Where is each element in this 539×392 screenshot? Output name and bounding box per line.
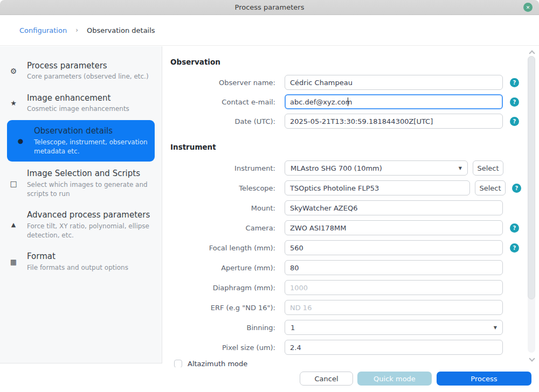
binning-dropdown-value: 1: [291, 324, 295, 332]
date-utc-label: Date (UTC):: [170, 117, 275, 125]
question-mark: ?: [515, 185, 519, 191]
breadcrumb: Configuration › Observation details: [0, 15, 539, 46]
contact-email-input[interactable]: [285, 94, 503, 109]
star-icon: ★: [0, 99, 27, 107]
erf-row: ERF (e.g "ND 16"):: [170, 300, 526, 315]
camera-row: Camera: ?: [170, 220, 526, 235]
sidebar: ⚙ Process parameters Core parameters (ob…: [0, 46, 162, 363]
breadcrumb-configuration-link[interactable]: Configuration: [19, 26, 67, 34]
scroll-down-icon[interactable]: [529, 355, 535, 361]
instrument-dropdown[interactable]: MLAstro SHG 700 (10mm) ▼: [285, 160, 468, 176]
cancel-button[interactable]: Cancel: [300, 372, 353, 386]
sidebar-item-advanced-process-parameters[interactable]: ▲ Advanced process parameters Force tilt…: [0, 204, 162, 246]
sidebar-item-process-parameters[interactable]: ⚙ Process parameters Core parameters (ob…: [0, 55, 162, 87]
contact-email-label: Contact e-mail:: [170, 98, 275, 106]
sidebar-item-subtitle: Force tilt, XY ratio, polynomial, ellips…: [27, 222, 154, 241]
telescope-select-button[interactable]: Select: [475, 180, 506, 195]
pixel-size-input[interactable]: [285, 340, 503, 355]
diaphragm-input[interactable]: [285, 280, 503, 295]
sidebar-item-format[interactable]: ▦ Format File formats and output options: [0, 246, 162, 278]
mount-input[interactable]: [285, 200, 503, 215]
instrument-dropdown-value: MLAstro SHG 700 (10mm): [291, 164, 382, 172]
focal-length-label: Focal length (mm):: [170, 244, 275, 252]
instrument-select-button[interactable]: Select: [473, 160, 503, 176]
binning-label: Binning:: [170, 324, 275, 332]
mount-row: Mount:: [170, 200, 526, 215]
chevron-down-icon: ▼: [459, 166, 462, 171]
altazimuth-mode-label: Altazimuth mode: [188, 360, 247, 367]
pixel-size-label: Pixel size (um):: [170, 344, 275, 352]
date-utc-row: Date (UTC): ?: [170, 114, 526, 129]
quick-mode-button[interactable]: Quick mode: [357, 372, 432, 386]
scrollbar-thumb[interactable]: [528, 56, 535, 299]
contact-email-row: Contact e-mail: ?: [170, 94, 526, 109]
focal-length-input[interactable]: [285, 240, 503, 255]
sidebar-item-title: Observation details: [34, 125, 148, 136]
question-mark: ?: [513, 118, 516, 124]
binning-row: Binning: 1 ▼: [170, 320, 526, 335]
focal-length-row: Focal length (mm): ?: [170, 240, 526, 255]
aperture-row: Aperture (mm):: [170, 260, 526, 275]
help-icon[interactable]: ?: [510, 243, 519, 253]
help-icon[interactable]: ?: [512, 184, 521, 193]
scroll-up-icon[interactable]: [529, 50, 535, 56]
process-button[interactable]: Process: [437, 372, 531, 386]
diaphragm-label: Diaphragm (mm):: [170, 284, 275, 292]
aperture-input[interactable]: [285, 260, 503, 275]
observation-section-heading: Observation: [170, 58, 526, 66]
telescope-label: Telescope:: [170, 184, 275, 192]
sidebar-item-subtitle: Select which images to generate and scri…: [27, 180, 154, 199]
sidebar-item-title: Image Selection and Scripts: [27, 168, 154, 179]
sidebar-item-image-enhancement[interactable]: ★ Image enhancement Cosmetic image enhan…: [0, 87, 162, 120]
form-panel: Observation Observer name: ? Contact e-m…: [162, 46, 526, 367]
close-button[interactable]: ✕: [523, 3, 533, 12]
sidebar-item-subtitle: Telescope, instrument, observation metad…: [34, 138, 148, 157]
sidebar-item-title: Process parameters: [27, 60, 154, 71]
camera-label: Camera:: [170, 224, 275, 232]
close-icon: ✕: [526, 5, 530, 10]
sidebar-item-title: Image enhancement: [27, 93, 154, 103]
square-icon: □: [0, 179, 27, 188]
telescope-input[interactable]: [285, 180, 470, 195]
grid-icon: ▦: [0, 258, 27, 266]
pixel-size-row: Pixel size (um):: [170, 340, 526, 355]
erf-input[interactable]: [285, 300, 503, 315]
window-titlebar: Process parameters ✕: [0, 0, 539, 15]
sidebar-item-title: Format: [27, 251, 154, 262]
aperture-label: Aperture (mm):: [170, 264, 275, 272]
question-mark: ?: [513, 225, 516, 231]
breadcrumb-current: Observation details: [87, 26, 155, 34]
sidebar-item-image-selection-scripts[interactable]: □ Image Selection and Scripts Select whi…: [0, 163, 162, 204]
window-title: Process parameters: [235, 3, 305, 11]
erf-label: ERF (e.g "ND 16"):: [170, 304, 275, 312]
binning-dropdown[interactable]: 1 ▼: [285, 320, 503, 335]
sidebar-item-observation-details[interactable]: ● Observation details Telescope, instrum…: [7, 120, 155, 162]
observer-name-label: Observer name:: [170, 79, 275, 87]
gear-icon: ⚙: [0, 67, 27, 75]
date-utc-input[interactable]: [285, 114, 503, 129]
sidebar-item-subtitle: File formats and output options: [27, 263, 154, 272]
observer-name-input[interactable]: [285, 75, 503, 90]
chevron-down-icon: ▼: [494, 325, 497, 330]
camera-input[interactable]: [285, 220, 503, 235]
question-mark: ?: [513, 245, 516, 251]
altazimuth-mode-row: Altazimuth mode: [174, 360, 526, 367]
instrument-label: Instrument:: [170, 164, 275, 172]
sidebar-item-title: Advanced process parameters: [27, 209, 154, 220]
mount-label: Mount:: [170, 204, 275, 212]
sidebar-item-subtitle: Core parameters (observed line, etc.): [27, 72, 154, 81]
breadcrumb-separator-icon: ›: [75, 26, 78, 34]
telescope-row: Telescope: Select ?: [170, 180, 526, 195]
help-icon[interactable]: ?: [510, 223, 519, 233]
diaphragm-row: Diaphragm (mm):: [170, 280, 526, 295]
triangle-icon: ▲: [0, 221, 27, 228]
altazimuth-mode-checkbox[interactable]: [174, 360, 182, 367]
help-icon[interactable]: ?: [510, 97, 519, 107]
observer-name-row: Observer name: ?: [170, 75, 526, 90]
question-mark: ?: [513, 80, 516, 86]
help-icon[interactable]: ?: [510, 117, 519, 126]
text-cursor: [348, 97, 348, 106]
help-icon[interactable]: ?: [510, 78, 519, 87]
sidebar-item-subtitle: Cosmetic image enhancements: [27, 104, 154, 114]
dot-icon: ●: [7, 137, 34, 145]
